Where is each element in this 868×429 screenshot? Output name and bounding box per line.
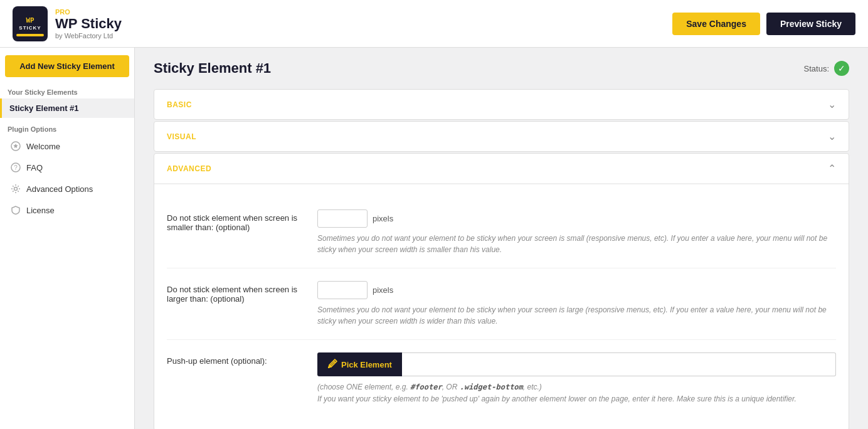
status-check-icon: ✓: [834, 61, 849, 76]
basic-section-title: BASIC: [167, 100, 192, 109]
advanced-section: ADVANCED ⌃ Do not stick element when scr…: [154, 153, 849, 429]
push-up-label: Push-up element (optional):: [167, 352, 305, 366]
sidebar-item-faq[interactable]: ? FAQ: [0, 157, 134, 178]
pick-element-label: Pick Element: [341, 360, 392, 369]
sidebar-item-welcome[interactable]: Welcome: [0, 135, 134, 157]
welcome-label: Welcome: [26, 142, 60, 151]
pick-icon: 🖉: [327, 359, 337, 370]
larger-than-input-area: pixels Sometimes you do not want your el…: [317, 281, 836, 327]
logo-area: WP STICKY PRO WP Sticky by WebFactory Lt…: [13, 6, 122, 41]
visual-section-title: VISUAL: [167, 132, 196, 141]
app-title: WP Sticky: [55, 16, 122, 32]
basic-section-header[interactable]: BASIC ⌄: [154, 90, 849, 119]
settings-icon: [10, 183, 21, 194]
faq-label: FAQ: [26, 163, 43, 172]
larger-than-label: Do not stick element when screen is larg…: [167, 281, 305, 304]
header-actions: Save Changes Preview Sticky: [672, 13, 855, 35]
smaller-than-hint: Sometimes you do not want your element t…: [317, 233, 836, 255]
sticky-elements-label: Your Sticky Elements: [0, 85, 134, 98]
smaller-than-input[interactable]: [317, 209, 368, 228]
help-icon: ?: [10, 162, 21, 173]
main-content: Sticky Element #1 Status: ✓ BASIC ⌄ VISU…: [135, 48, 868, 429]
smaller-than-label: Do not stick element when screen is smal…: [167, 209, 305, 232]
basic-section: BASIC ⌄: [154, 89, 849, 120]
logo-by: by WebFactory Ltd: [55, 32, 122, 40]
header: WP STICKY PRO WP Sticky by WebFactory Lt…: [0, 0, 868, 48]
sidebar-item-advanced-options[interactable]: Advanced Options: [0, 178, 134, 199]
license-label: License: [26, 206, 55, 215]
pick-element-button[interactable]: 🖉 Pick Element: [317, 352, 402, 376]
pick-element-group: 🖉 Pick Element: [317, 352, 836, 376]
push-up-input-area: 🖉 Pick Element (choose ONE element, e.g.…: [317, 352, 836, 405]
svg-text:?: ?: [14, 164, 18, 171]
advanced-section-content: Do not stick element when screen is smal…: [154, 184, 849, 429]
larger-than-input[interactable]: [317, 281, 368, 299]
page-title: Sticky Element #1: [154, 60, 271, 77]
shield-icon: [10, 204, 21, 216]
preview-sticky-button[interactable]: Preview Sticky: [766, 13, 855, 35]
sidebar: Add New Sticky Element Your Sticky Eleme…: [0, 48, 135, 429]
logo-text: PRO WP Sticky by WebFactory Ltd: [55, 8, 122, 40]
larger-than-hint: Sometimes you do not want your element t…: [317, 304, 836, 327]
visual-section: VISUAL ⌄: [154, 121, 849, 152]
status-area: Status: ✓: [804, 61, 849, 76]
larger-than-field-row: Do not stick element when screen is larg…: [167, 268, 836, 340]
advanced-section-title: ADVANCED: [167, 164, 211, 173]
smaller-than-suffix: pixels: [373, 214, 393, 223]
visual-section-header[interactable]: VISUAL ⌄: [154, 122, 849, 151]
basic-chevron-icon: ⌄: [828, 98, 836, 110]
advanced-section-header[interactable]: ADVANCED ⌃: [154, 154, 849, 184]
advanced-options-label: Advanced Options: [26, 184, 93, 194]
smaller-than-input-area: pixels Sometimes you do not want your el…: [317, 209, 836, 255]
save-changes-button[interactable]: Save Changes: [672, 13, 760, 35]
svg-point-3: [14, 188, 18, 191]
plugin-options-label: Plugin Options: [0, 118, 134, 135]
larger-than-suffix: pixels: [373, 285, 393, 295]
add-new-sticky-button[interactable]: Add New Sticky Element: [5, 55, 129, 77]
status-label: Status:: [804, 64, 829, 73]
push-up-field-row: Push-up element (optional): 🖉 Pick Eleme…: [167, 340, 836, 418]
pick-hint-2: If you want your sticky element to be 'p…: [317, 393, 836, 405]
pick-hint-1: (choose ONE element, e.g. #footer, OR .w…: [317, 381, 836, 393]
sidebar-item-license[interactable]: License: [0, 199, 134, 221]
pick-element-input[interactable]: [402, 352, 836, 376]
page-header: Sticky Element #1 Status: ✓: [154, 60, 849, 77]
sidebar-item-sticky-element-1[interactable]: Sticky Element #1: [0, 98, 134, 118]
star-icon: [10, 140, 21, 152]
logo-pro-badge: PRO: [55, 8, 122, 16]
smaller-than-field-row: Do not stick element when screen is smal…: [167, 197, 836, 268]
smaller-than-input-group: pixels: [317, 209, 836, 228]
visual-chevron-icon: ⌄: [828, 130, 836, 142]
advanced-chevron-icon: ⌃: [828, 162, 836, 174]
logo-box: WP STICKY: [13, 6, 48, 41]
layout: Add New Sticky Element Your Sticky Eleme…: [0, 48, 868, 429]
larger-than-input-group: pixels: [317, 281, 836, 299]
